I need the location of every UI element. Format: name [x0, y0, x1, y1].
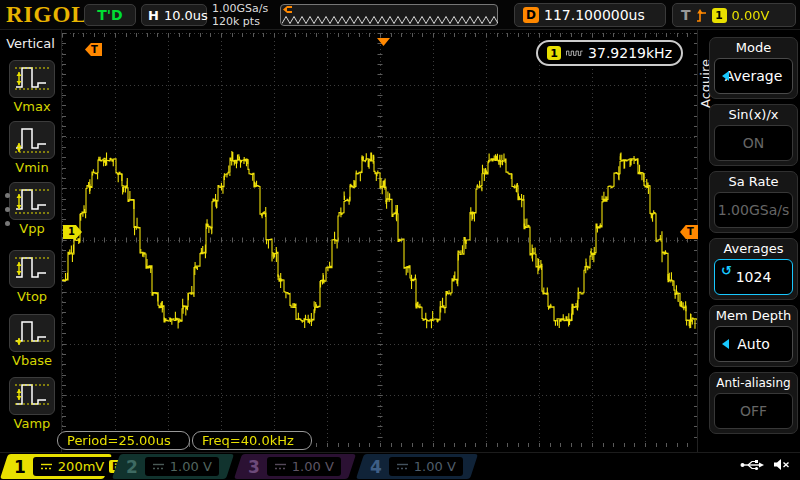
channel1-scale: 200mV	[58, 459, 104, 474]
trigger-level-value: 0.00V	[732, 8, 770, 23]
softkey-mem-depth[interactable]: Mem Depth Auto	[709, 305, 798, 367]
vbase-button[interactable]: Vbase	[8, 314, 56, 368]
brand-logo: RIGOL	[6, 2, 88, 28]
vmin-button[interactable]: Vmin	[8, 121, 56, 175]
horizontal-scale-chip[interactable]: H 10.0us	[141, 4, 207, 26]
top-status-bar: RIGOL T'D H 10.0us 1.00GSa/s 120k pts D …	[0, 0, 800, 30]
softkey-sa-rate[interactable]: Sa Rate 1.00GSa/s	[709, 171, 798, 233]
trigger-label: T	[681, 7, 691, 23]
vamp-icon	[13, 377, 51, 415]
channel3-scale: 1.00 V	[292, 459, 334, 474]
delay-readout-chip[interactable]: D 117.100000us	[514, 3, 666, 27]
menu-scroll-indicator	[5, 193, 10, 226]
delay-badge: D	[523, 7, 539, 23]
channel3-status[interactable]: 3 1.00 V	[234, 454, 356, 479]
vpp-button[interactable]: Vpp	[8, 182, 56, 236]
vtop-icon	[13, 250, 51, 288]
frequency-counter: 1 37.9219kHz	[536, 40, 683, 66]
left-menu-title: Vertical	[0, 36, 61, 51]
vtop-button[interactable]: Vtop	[8, 250, 56, 304]
measurement-period[interactable]: Period=25.00us	[57, 431, 190, 450]
sample-rate-readout: 1.00GSa/s 120k pts	[212, 2, 268, 28]
softkey-anti-aliasing[interactable]: Anti-aliasing OFF	[709, 372, 798, 434]
dc-coupling-icon	[396, 462, 409, 471]
rising-edge-icon	[696, 9, 707, 22]
delay-value: 117.100000us	[544, 7, 645, 23]
waveform-overview-strip[interactable]	[280, 4, 498, 26]
left-measure-menu: Vertical Vmax Vmin Vpp Vtop Vbase Vamp	[0, 30, 62, 452]
overview-waveform	[282, 6, 498, 26]
vamp-button[interactable]: Vamp	[8, 377, 56, 431]
softkey-sinx[interactable]: Sin(x)/x ON	[709, 104, 798, 166]
dc-coupling-icon	[274, 462, 287, 471]
softkey-averages[interactable]: Averages ↺ 1024	[709, 238, 798, 300]
vmin-label: Vmin	[8, 160, 56, 175]
usb-icon[interactable]	[740, 459, 764, 471]
channel4-number: 4	[370, 457, 382, 477]
trigger-readout-chip[interactable]: T 1 0.00V	[672, 3, 796, 27]
vpp-icon	[13, 182, 51, 220]
vmin-icon	[13, 121, 51, 159]
vamp-label: Vamp	[8, 416, 56, 431]
left-arrow-icon	[722, 339, 729, 349]
vbase-icon	[13, 314, 51, 352]
oscilloscope-screen: RIGOL T'D H 10.0us 1.00GSa/s 120k pts D …	[0, 0, 800, 480]
dc-coupling-icon	[152, 462, 165, 471]
vmax-button[interactable]: Vmax	[8, 60, 56, 114]
speaker-muted-icon[interactable]	[773, 458, 790, 471]
counter-frequency-value: 37.9219kHz	[588, 45, 672, 61]
trigger-source-badge: 1	[712, 8, 727, 23]
trigger-status-badge: T'D	[84, 4, 136, 26]
channel4-scale: 1.00 V	[414, 459, 456, 474]
channel2-scale: 1.00 V	[170, 459, 212, 474]
counter-source-badge: 1	[547, 46, 561, 60]
measurement-frequency[interactable]: Freq=40.0kHz	[192, 431, 312, 450]
vpp-label: Vpp	[8, 221, 56, 236]
channel2-status[interactable]: 2 1.00 V	[112, 454, 234, 479]
channel-status-bar: 1 200mV B 2 1.0	[0, 452, 800, 480]
channel3-number: 3	[248, 457, 260, 477]
channel4-status[interactable]: 4 1.00 V	[356, 454, 478, 479]
horizontal-scale-value: 10.0us	[164, 8, 208, 23]
right-soft-menu: Acquire Mode Average Sin(x)/x ON Sa Rate…	[697, 30, 800, 452]
cycle-icon: ↺	[721, 263, 732, 278]
channel2-number: 2	[126, 457, 138, 477]
softkey-mode[interactable]: Mode Average	[709, 37, 798, 99]
scope-display	[62, 33, 698, 447]
vtop-label: Vtop	[8, 289, 56, 304]
pulse-train-icon	[566, 47, 583, 59]
vbase-label: Vbase	[8, 353, 56, 368]
horizontal-label: H	[148, 8, 159, 23]
memory-points-value: 120k pts	[212, 15, 268, 28]
channel1-status[interactable]: 1 200mV B	[0, 454, 112, 479]
left-arrow-icon	[722, 71, 729, 81]
dc-coupling-icon	[40, 462, 53, 471]
sample-rate-value: 1.00GSa/s	[212, 2, 268, 15]
vmax-label: Vmax	[8, 99, 56, 114]
vmax-icon	[13, 60, 51, 98]
channel1-number: 1	[14, 457, 26, 477]
